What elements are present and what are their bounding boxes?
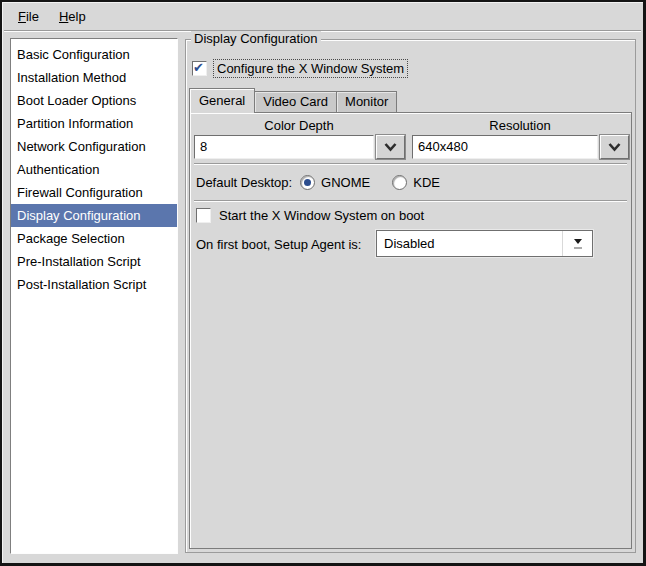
sidebar-item-basic-configuration[interactable]: Basic Configuration: [11, 43, 177, 66]
kickstart-configurator-window: File Help Basic Configuration Installati…: [0, 0, 646, 566]
color-depth-combo: 8: [194, 135, 405, 159]
general-tab-page: Color Depth Resolution 8 640x480 Default…: [189, 112, 632, 549]
display-tabs: General Video Card Monitor: [189, 88, 396, 113]
setup-agent-dropdown[interactable]: Disabled: [376, 230, 593, 257]
sidebar-item-firewall-configuration[interactable]: Firewall Configuration: [11, 181, 177, 204]
resolution-combo: 640x480: [412, 135, 629, 159]
configure-x-checkbox[interactable]: ✔: [192, 61, 207, 76]
chevron-down-icon: [383, 142, 398, 152]
resolution-label: Resolution: [412, 118, 628, 133]
sidebar-item-display-configuration[interactable]: Display Configuration: [11, 204, 177, 227]
sidebar-item-partition-information[interactable]: Partition Information: [11, 112, 177, 135]
tab-monitor[interactable]: Monitor: [336, 91, 397, 113]
gnome-radio-group[interactable]: GNOME: [300, 175, 384, 190]
sidebar-item-network-configuration[interactable]: Network Configuration: [11, 135, 177, 158]
menu-help[interactable]: Help: [49, 5, 96, 28]
frame-title: Display Configuration: [191, 31, 321, 47]
sidebar-item-boot-loader-options[interactable]: Boot Loader Options: [11, 89, 177, 112]
default-desktop-row: Default Desktop: GNOME KDE: [196, 171, 454, 193]
gnome-radio[interactable]: [300, 175, 315, 190]
setup-agent-row: On first boot, Setup Agent is: Disabled: [196, 230, 361, 258]
kde-radio-group[interactable]: KDE: [392, 175, 454, 190]
tab-video-card[interactable]: Video Card: [254, 91, 337, 113]
option-menu-arrow-icon: [562, 231, 592, 256]
start-x-label: Start the X Window System on boot: [217, 208, 426, 223]
kde-radio[interactable]: [392, 175, 407, 190]
configure-x-label: Configure the X Window System: [213, 59, 408, 78]
setup-agent-value: Disabled: [377, 236, 562, 251]
chevron-down-icon: [607, 142, 622, 152]
separator: [194, 200, 627, 202]
color-depth-value[interactable]: 8: [194, 135, 374, 159]
separator: [194, 163, 627, 165]
check-icon: ✔: [193, 60, 204, 75]
menu-file[interactable]: File: [8, 5, 49, 28]
start-x-checkbox-row[interactable]: Start the X Window System on boot: [196, 208, 426, 223]
sidebar-item-package-selection[interactable]: Package Selection: [11, 227, 177, 250]
section-list: Basic Configuration Installation Method …: [10, 38, 178, 554]
setup-agent-label: On first boot, Setup Agent is:: [196, 237, 361, 252]
sidebar-item-installation-method[interactable]: Installation Method: [11, 66, 177, 89]
display-configuration-frame: Display Configuration ✔ Configure the X …: [185, 39, 636, 553]
tab-general[interactable]: General: [189, 88, 255, 113]
configure-x-checkbox-row[interactable]: ✔ Configure the X Window System: [192, 59, 408, 78]
gnome-radio-label: GNOME: [321, 175, 370, 190]
sidebar-item-authentication[interactable]: Authentication: [11, 158, 177, 181]
kde-radio-label: KDE: [413, 175, 440, 190]
start-x-checkbox[interactable]: [196, 208, 211, 223]
default-desktop-label: Default Desktop:: [196, 175, 292, 190]
color-depth-label: Color Depth: [194, 118, 404, 133]
resolution-value[interactable]: 640x480: [412, 135, 598, 159]
menubar: File Help: [4, 2, 641, 31]
resolution-dropdown-button[interactable]: [600, 135, 629, 159]
color-depth-dropdown-button[interactable]: [376, 135, 405, 159]
sidebar-item-post-installation-script[interactable]: Post-Installation Script: [11, 273, 177, 296]
radio-selected-dot: [304, 179, 311, 186]
sidebar-item-pre-installation-script[interactable]: Pre-Installation Script: [11, 250, 177, 273]
